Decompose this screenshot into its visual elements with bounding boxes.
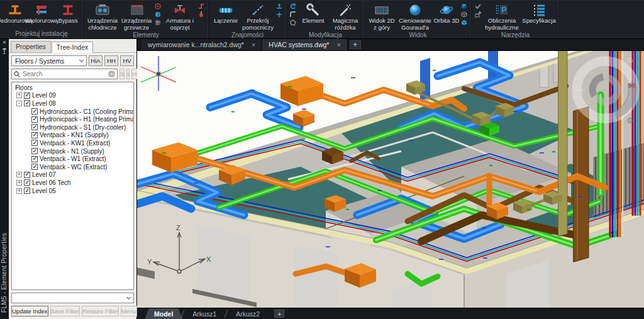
ribbon-empty-space	[560, 0, 644, 38]
rotate-icon[interactable]	[290, 3, 297, 9]
viewport-3d[interactable]: Z X Y ⌂	[137, 51, 644, 308]
tab-properties[interactable]: Properties	[11, 41, 51, 52]
checkbox-checked[interactable]	[24, 187, 30, 194]
elbow-icon[interactable]	[290, 11, 297, 18]
panel-close-icon[interactable]: ×	[0, 39, 9, 47]
checkbox-checked[interactable]	[24, 92, 30, 99]
expander-icon[interactable]: +	[16, 92, 22, 98]
fitting-icon[interactable]	[198, 3, 205, 9]
checkbox-checked[interactable]	[31, 108, 38, 115]
tree-item[interactable]: +Level 07	[12, 171, 133, 179]
ribbon-button-magiczna-rozdzka[interactable]: Magiczna różdżka	[328, 1, 362, 31]
polyline-icon[interactable]	[290, 20, 297, 26]
check-calc-icon[interactable]	[475, 3, 482, 9]
tree-item[interactable]: Ventpack - KN1 (Supply)	[12, 132, 133, 140]
floors-tree[interactable]: Floors +Level 09 -Level 08 Hydronicpack …	[11, 82, 134, 290]
mini-tool-column	[289, 1, 298, 31]
ribbon-button-laczenie[interactable]: Łączenie	[211, 1, 241, 31]
document-tab-active[interactable]: HVAC systems.dwg* ×	[262, 39, 348, 50]
expander-icon[interactable]: -	[16, 101, 22, 106]
tree-item[interactable]: +Level 06 Tech	[12, 179, 133, 187]
filter-preset-dropdown[interactable]	[11, 293, 134, 303]
viewport-canvas[interactable]: Z X Y ⌂	[137, 51, 644, 308]
tree-item[interactable]: Hydronicpack - S1 (Dry-cooler)	[12, 123, 133, 132]
ribbon-button-jednorurowa[interactable]: Jednorurową	[2, 1, 28, 30]
export-icon[interactable]	[475, 11, 482, 18]
cross-icon[interactable]	[276, 11, 283, 18]
checkbox-checked[interactable]	[24, 179, 30, 186]
document-tab[interactable]: wymiarowanie k...ntralach2.dwg* ×	[142, 39, 262, 50]
tree-item[interactable]: Hydronicpack - H1 (Heating Primary)	[12, 115, 133, 123]
home-icon[interactable]: ⌂	[628, 54, 633, 64]
sensor-icon[interactable]	[198, 11, 205, 18]
tree-item[interactable]: -Level 08	[12, 99, 133, 108]
branch-icon[interactable]	[276, 3, 283, 9]
tree-item[interactable]: Ventpack - KW1 (Extract)	[12, 139, 133, 147]
menu-button[interactable]: Menu	[121, 306, 137, 316]
new-document-button[interactable]: +	[350, 40, 361, 49]
tree-item[interactable]: Ventpack - N1 (Supply)	[12, 147, 133, 155]
tab-model[interactable]: Model	[145, 308, 182, 319]
checkbox-checked[interactable]	[31, 124, 38, 130]
ribbon-button-obliczenia[interactable]: P Obliczenia hydrauliczne	[483, 1, 521, 31]
checkbox-checked[interactable]	[24, 172, 30, 178]
panel-pin-icon[interactable]	[0, 47, 9, 54]
ribbon-button-urzadzenia-grzewcze[interactable]: Urządzenia grzewcze	[119, 1, 153, 31]
ribbon-button-widok-2d[interactable]: Widok 2D z góry	[367, 1, 397, 31]
pump-icon[interactable]	[155, 11, 162, 18]
ribbon-button-specyfikacja[interactable]: Specyfikacja	[521, 1, 557, 31]
ribbon-button-armatura[interactable]: Armatura i osprzęt	[163, 1, 197, 31]
hide-vertical-button[interactable]: HV	[120, 55, 134, 66]
expander-icon[interactable]: +	[16, 180, 22, 186]
checkbox-checked[interactable]	[31, 140, 38, 146]
search-option-s-button[interactable]: S	[119, 69, 125, 79]
ribbon-group-label: Znajomości	[209, 31, 286, 39]
new-layout-button[interactable]: +	[274, 310, 284, 318]
tab-arkusz2[interactable]: Arkusz2	[226, 308, 269, 319]
ribbon-button-bypass[interactable]: Bypass	[55, 1, 81, 30]
multi-pipe-icon	[34, 2, 49, 18]
checkbox-checked[interactable]	[24, 100, 30, 106]
ribbon-button-cieniowanie[interactable]: Cieniowanie Gouraud'a	[397, 1, 433, 31]
update-index-button[interactable]: Update Index	[11, 306, 48, 316]
checkbox-checked[interactable]	[31, 132, 38, 138]
tab-tree-index[interactable]: Tree-Index	[52, 42, 93, 53]
restore-filter-button[interactable]: Restore Filter	[82, 306, 119, 316]
search-option-i-button[interactable]: I	[126, 69, 130, 79]
schedule-icon[interactable]	[155, 20, 162, 26]
expander-icon[interactable]: +	[16, 172, 22, 177]
tree-item[interactable]: +Level 09	[12, 92, 133, 100]
tree-item[interactable]: Hydronicpack - C1 (Cooling Primary)	[12, 108, 133, 116]
specification-icon	[531, 2, 547, 18]
fan-icon[interactable]	[155, 3, 162, 9]
cube-shaded-icon[interactable]	[461, 20, 468, 26]
clear-search-icon[interactable]: ×	[108, 70, 115, 77]
search-input[interactable]	[23, 70, 106, 77]
expander-icon[interactable]: +	[16, 188, 22, 194]
tree-item[interactable]: Ventpack - W1 (Extract)	[12, 155, 133, 163]
cube-iso-icon[interactable]	[461, 11, 468, 18]
checkbox-checked[interactable]	[31, 164, 38, 170]
ribbon-button-element[interactable]: Element	[298, 1, 328, 31]
cube-top-icon[interactable]	[461, 3, 468, 9]
hide-all-button[interactable]: HiA	[89, 55, 103, 66]
ribbon-button-orbita[interactable]: Orbita 3D	[433, 1, 460, 31]
tree-item[interactable]: +Level 05	[12, 187, 133, 195]
chevron-down-icon	[79, 58, 84, 62]
gear-icon[interactable]: ⚙	[626, 116, 634, 125]
cad-application-window: Jednorurową Wielorurową Bypass Projektuj…	[0, 0, 644, 319]
checkbox-checked[interactable]	[31, 116, 38, 123]
ribbon-button-urzadzenia-chlodnicze[interactable]: Urządzenia chłodnicze	[86, 1, 119, 31]
ribbon-group-znajomosci: Łączenie Przekrój pomocniczy Znajomości	[209, 0, 287, 38]
filter-mode-dropdown[interactable]: Floors / Systems	[11, 55, 87, 66]
hide-horizontal-button[interactable]: HH	[104, 55, 118, 66]
ribbon-button-wielorurowa[interactable]: Wielorurową	[28, 1, 55, 30]
checkbox-checked[interactable]	[31, 148, 38, 154]
close-icon[interactable]: ×	[252, 41, 255, 48]
close-icon[interactable]: ×	[336, 41, 340, 48]
save-filter-button[interactable]: Save Filter	[50, 306, 80, 316]
tab-arkusz1[interactable]: Arkusz1	[183, 308, 226, 319]
ribbon-button-przekroj[interactable]: Przekrój pomocniczy	[241, 1, 275, 31]
tree-item[interactable]: Ventpack - WC (Extract)	[12, 163, 133, 171]
checkbox-checked[interactable]	[31, 156, 38, 162]
